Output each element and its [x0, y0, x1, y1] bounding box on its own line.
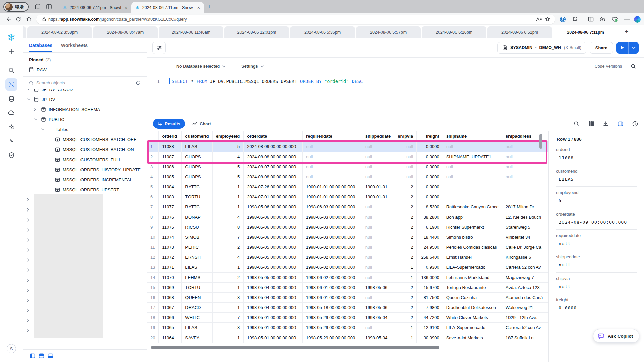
- cell-shipaddress[interactable]: 187 Suffolk Ln.: [502, 333, 548, 343]
- table-row[interactable]: 311086CHOPS52024-08-07 00:00:00.000nulln…: [147, 162, 548, 172]
- cell-orderdate[interactable]: 1998-05-05 00:00:00.000: [244, 272, 303, 282]
- cell-shipname[interactable]: Lehmanns Marktstand: [443, 272, 502, 282]
- cell-requireddate[interactable]: 1998-05-29 00:00:00.000: [303, 333, 362, 343]
- cell-customerid[interactable]: CHOPS: [182, 162, 212, 172]
- cell-shipvia[interactable]: null: [394, 141, 417, 152]
- cell-orderid[interactable]: 11070: [159, 272, 182, 282]
- cell-orderdate[interactable]: 2024-08-08 00:00:00.000: [244, 152, 303, 162]
- read-aloud-icon[interactable]: [534, 17, 543, 22]
- cell-shippeddate[interactable]: 1900-01-01: [362, 182, 394, 192]
- cell-employeeid[interactable]: 5: [212, 162, 244, 172]
- cell-freight[interactable]: 0.9300: [417, 262, 443, 272]
- extensions-icon[interactable]: [570, 15, 580, 24]
- more-menu-icon[interactable]: [622, 15, 632, 24]
- cell-employeeid[interactable]: 2: [212, 242, 244, 252]
- cell-customerid[interactable]: TORTU: [182, 192, 212, 202]
- cell-requireddate[interactable]: 1998-05-29 00:00:00.000: [303, 312, 362, 322]
- cell-orderdate[interactable]: 2024-07-01 00:00:00.000: [244, 192, 303, 202]
- cell-freight[interactable]: 12.9100: [417, 322, 443, 333]
- split-screen-icon[interactable]: [586, 15, 596, 24]
- cell-employeeid[interactable]: 7: [212, 232, 244, 242]
- search-nav-icon[interactable]: [5, 64, 17, 76]
- new-tab-button[interactable]: +: [207, 3, 211, 11]
- cell-customerid[interactable]: LILAS: [182, 322, 212, 333]
- cell-shipvia[interactable]: 1: [394, 272, 417, 282]
- cell-shippeddate[interactable]: null: [362, 212, 394, 222]
- cell-orderid[interactable]: 11064: [159, 333, 182, 343]
- table-row[interactable]: 411085CHOPS52024-08-08 00:00:00.000nulln…: [147, 172, 548, 182]
- cell-freight[interactable]: 24.9500: [417, 242, 443, 252]
- cell-orderdate[interactable]: 2024-08-07 00:00:00.000: [244, 162, 303, 172]
- tree-item-mssql_orders_upsert[interactable]: MSSQL_ORDERS_UPSERT: [23, 185, 147, 195]
- column-header-orderdate[interactable]: orderdate: [244, 131, 303, 141]
- activity-nav-icon[interactable]: [5, 135, 17, 147]
- browser-tab[interactable]: ❄2024-08-06 7:11pm - Snowfla×: [59, 2, 131, 13]
- cell-requireddate[interactable]: 1998-06-03 00:00:00.000: [303, 222, 362, 232]
- cell-orderdate[interactable]: 2024-08-08 00:00:00.000: [244, 172, 303, 182]
- tree-item-mssql_orders_incremental[interactable]: MSSQL_ORDERS_INCREMENTAL: [23, 175, 147, 185]
- cell-shipaddress[interactable]: null: [502, 152, 548, 162]
- chevron-right-icon[interactable]: [27, 329, 33, 332]
- cell-employeeid[interactable]: 1: [212, 282, 244, 292]
- chevron-right-icon[interactable]: [27, 289, 33, 292]
- home-icon[interactable]: [23, 15, 34, 24]
- table-row[interactable]: 111088LILAS52024-08-09 00:00:00.000nulln…: [147, 141, 548, 152]
- refresh-objects-icon[interactable]: [136, 80, 141, 85]
- cell-shipvia[interactable]: 1: [394, 322, 417, 333]
- chevron-down-icon[interactable]: [34, 118, 40, 120]
- cell-requireddate[interactable]: 1998-06-02 00:00:00.000: [303, 272, 362, 282]
- column-header-requireddate[interactable]: requireddate: [303, 131, 362, 141]
- table-row[interactable]: 511084RATTC12024-07-26 00:00:00.0001900-…: [147, 182, 548, 192]
- table-row[interactable]: 1911065LILAS81998-05-01 00:00:00.0001998…: [147, 322, 548, 333]
- worksheet-tab[interactable]: 2024-08-06 5:57pm: [356, 26, 421, 38]
- cell-shipaddress[interactable]: 2817 Milton Dr.: [502, 202, 548, 212]
- worksheets-nav-icon[interactable]: [5, 78, 17, 90]
- cell-orderdate[interactable]: 1998-05-06 00:00:00.000: [244, 202, 303, 212]
- cell-employeeid[interactable]: 1: [212, 202, 244, 212]
- table-row[interactable]: 911075RICSU81998-05-06 00:00:00.0001998-…: [147, 222, 548, 232]
- cell-shippeddate[interactable]: null: [362, 272, 394, 282]
- table-row[interactable]: 1811066WHITC71998-05-01 00:00:00.0001998…: [147, 312, 548, 322]
- ask-copilot-button[interactable]: Ask Copilot: [593, 329, 639, 343]
- cell-customerid[interactable]: CHOPS: [182, 172, 212, 182]
- cell-shipname[interactable]: Bon app': [443, 212, 502, 222]
- chevron-right-icon[interactable]: [27, 279, 33, 282]
- cell-shipaddress[interactable]: 1029 - 12th Ave.: [502, 312, 548, 322]
- cell-requireddate[interactable]: 1998-06-02 00:00:00.000: [303, 252, 362, 262]
- column-header-customerid[interactable]: customerid: [182, 131, 212, 141]
- cell-orderdate[interactable]: 1998-05-06 00:00:00.000: [244, 212, 303, 222]
- cell-orderdate[interactable]: 2024-08-09 00:00:00.000: [244, 141, 303, 152]
- cell-orderid[interactable]: 11083: [159, 192, 182, 202]
- chevron-down-icon[interactable]: [27, 98, 33, 100]
- cell-employeeid[interactable]: 1: [212, 182, 244, 192]
- worksheet-tab[interactable]: 2024-08-06 7:11pm: [553, 26, 618, 38]
- tree-item-jp_dv_cloud[interactable]: JP_DV_CLOUD: [23, 89, 147, 94]
- cell-shipname[interactable]: null: [443, 162, 502, 172]
- cell-requireddate[interactable]: null: [303, 152, 362, 162]
- cell-shipvia[interactable]: 2: [394, 312, 417, 322]
- table-row[interactable]: 1211072ERNSH41998-05-05 00:00:00.0001998…: [147, 252, 548, 262]
- cell-freight[interactable]: 136.0000: [417, 272, 443, 282]
- cell-orderid[interactable]: 11072: [159, 252, 182, 262]
- table-row[interactable]: 1711067DRACD11998-05-04 00:00:00.0001998…: [147, 302, 548, 312]
- cell-customerid[interactable]: QUEEN: [182, 292, 212, 302]
- cell-orderdate[interactable]: 1998-05-05 00:00:00.000: [244, 262, 303, 272]
- tab-chart[interactable]: Chart: [192, 121, 211, 126]
- close-tab-icon[interactable]: ×: [123, 5, 129, 10]
- run-button[interactable]: [616, 42, 629, 54]
- cell-requireddate[interactable]: 1900-01-01 00:00:00.000: [303, 192, 362, 202]
- cell-customerid[interactable]: BONAP: [182, 212, 212, 222]
- chevron-right-icon[interactable]: [27, 208, 33, 212]
- cell-shippeddate[interactable]: null: [362, 322, 394, 333]
- cell-shippeddate[interactable]: 1998-05-06: [362, 302, 394, 312]
- chevron-right-icon[interactable]: [27, 299, 33, 302]
- worksheet-tab-partial[interactable]: [23, 26, 26, 38]
- table-row[interactable]: 1611068QUEEN81998-05-04 00:00:00.0001998…: [147, 292, 548, 302]
- share-button[interactable]: Share: [590, 42, 613, 54]
- cell-requireddate[interactable]: null: [303, 172, 362, 182]
- cell-shippeddate[interactable]: null: [362, 242, 394, 252]
- cell-shipvia[interactable]: 2: [394, 242, 417, 252]
- chevron-right-icon[interactable]: [27, 258, 33, 262]
- cell-shipaddress[interactable]: Carrera 52 con Av: [502, 262, 548, 272]
- cell-shipvia[interactable]: 2: [394, 222, 417, 232]
